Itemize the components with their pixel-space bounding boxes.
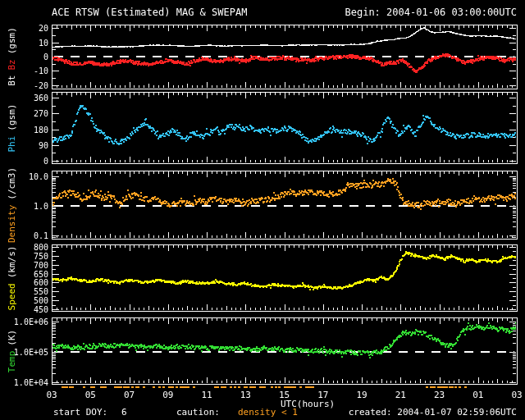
chart-canvas [0, 0, 525, 420]
y-axis-label-mag: BtBz(gsm) [7, 25, 17, 89]
y-tick-label: 90 [39, 141, 48, 150]
x-tick-label: 13 [240, 390, 251, 400]
y-axis-label-part: (/cm3) [7, 167, 17, 199]
x-tick-label: 09 [162, 390, 173, 400]
y-tick-label: 0.1 [34, 231, 48, 240]
x-tick-label: 07 [124, 390, 135, 400]
y-axis-label-density: Density(/cm3) [7, 164, 17, 244]
y-tick-label: 0 [43, 52, 48, 62]
x-tick-label: 01 [472, 390, 483, 400]
y-tick-label: 1.0E+04 [14, 378, 48, 387]
y-tick-label: 550 [34, 287, 48, 296]
y-tick-label: -20 [34, 81, 48, 90]
ace-rtsw-chart: ACE RTSW (Estimated) MAG & SWEPAM Begin:… [0, 0, 525, 420]
y-tick-label: 700 [34, 261, 48, 270]
x-tick-label: 03 [46, 390, 57, 400]
y-tick-label: 0 [43, 157, 48, 166]
created-timestamp: created: 2004-01-07 02:59:06UTC [349, 407, 517, 418]
start-doy-label: start DOY: [53, 407, 107, 418]
y-axis-label-speed: Speed(km/s) [7, 243, 17, 313]
y-tick-label: 360 [34, 94, 48, 103]
y-tick-label: 270 [34, 109, 48, 118]
y-tick-label: -10 [34, 66, 48, 75]
x-tick-label: 21 [395, 390, 406, 400]
y-tick-label: 750 [34, 252, 48, 261]
y-axis-label-part: Phi [7, 135, 17, 152]
y-tick-label: 1.0E+05 [14, 348, 48, 357]
y-tick-label: 20 [39, 24, 48, 33]
begin-timestamp: Begin: 2004-01-06 03:00:00UTC [345, 7, 517, 18]
x-tick-label: 03 [511, 390, 522, 400]
y-tick-label: 10.0 [29, 172, 48, 181]
x-tick-label: 05 [85, 390, 96, 400]
y-tick-label: 800 [34, 243, 48, 252]
y-tick-label: 500 [34, 296, 48, 305]
y-tick-label: 1.0E+06 [14, 317, 48, 326]
caution-label: caution: [176, 407, 220, 418]
y-axis-label-part: (km/s) [7, 245, 17, 278]
y-tick-label: 600 [34, 278, 48, 287]
y-axis-label-part: (gsm) [7, 27, 17, 54]
x-tick-label: 11 [201, 390, 212, 400]
y-axis-label-part: Bz [7, 59, 17, 70]
y-tick-label: 10 [39, 39, 48, 48]
y-axis-label-part: Density [7, 204, 17, 242]
caution-value: density < 1 [238, 407, 298, 418]
start-doy-value: 6 [121, 407, 127, 418]
page-title: ACE RTSW (Estimated) MAG & SWEPAM [52, 7, 247, 18]
y-axis-label-part: Bt [7, 75, 17, 86]
y-axis-label-part: (gsm) [7, 103, 17, 130]
y-axis-label-part: Speed [7, 283, 17, 310]
y-axis-label-part: (K) [7, 329, 17, 345]
y-tick-label: 650 [34, 270, 48, 279]
y-tick-label: 450 [34, 305, 48, 314]
y-tick-label: 180 [34, 126, 48, 135]
x-tick-label: 23 [434, 390, 445, 400]
y-tick-label: 1.0 [34, 202, 48, 211]
y-axis-label-phi: Phi(gsm) [7, 101, 17, 154]
x-tick-label: 19 [356, 390, 367, 400]
